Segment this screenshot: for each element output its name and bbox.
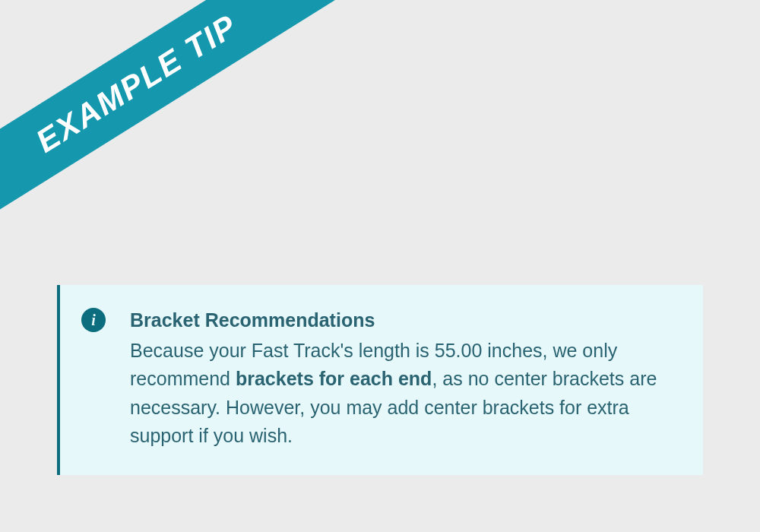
example-tip-ribbon: EXAMPLE TIP (0, 0, 348, 233)
info-title: Bracket Recommendations (130, 306, 673, 335)
info-body: Because your Fast Track's length is 55.0… (130, 337, 673, 451)
bracket-recommendations-card: i Bracket Recommendations Because your F… (57, 285, 703, 475)
ribbon-label: EXAMPLE TIP (30, 8, 244, 160)
info-content: Bracket Recommendations Because your Fas… (130, 306, 673, 451)
info-icon: i (81, 308, 106, 332)
info-icon-glyph: i (91, 312, 96, 328)
info-body-bold: brackets for each end (236, 368, 432, 389)
